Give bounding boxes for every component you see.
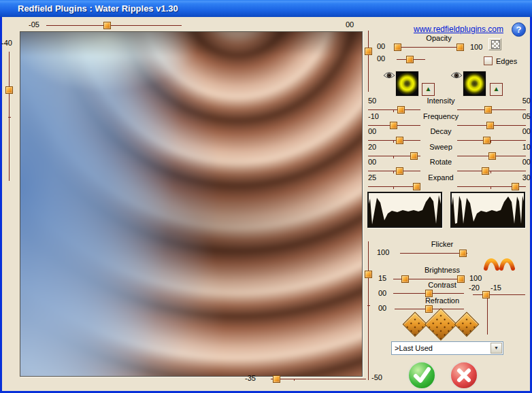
left-nav-handle[interactable]: [5, 86, 13, 94]
expand-right-value: 30: [510, 173, 531, 182]
left-nav-tick: [8, 117, 11, 118]
offset-x-value: -20: [469, 284, 480, 292]
right-bottom-nav-value: -50: [371, 373, 382, 381]
opacity-second-handle[interactable]: [406, 56, 414, 63]
window-title: Redfield Plugins : Water Ripples v1.30: [0, 3, 178, 14]
opacity-min-value: 00: [377, 42, 385, 50]
rotate-right-track[interactable]: [457, 171, 526, 171]
close-icon: [451, 362, 477, 388]
decay-left-handle[interactable]: [396, 137, 403, 144]
intensity-label: Intensity: [405, 97, 476, 105]
expand-left-value: 25: [368, 173, 387, 182]
decay-left-tick: [393, 140, 394, 143]
bottom-nav-track[interactable]: [271, 379, 366, 379]
flicker-value: 100: [377, 248, 389, 256]
expand-right-tick: [491, 186, 491, 189]
rotate-left-handle[interactable]: [396, 167, 403, 175]
opacity-handle-high[interactable]: [456, 44, 464, 51]
chevron-down-icon[interactable]: ▼: [491, 343, 502, 354]
expand-label: Expand: [405, 173, 476, 182]
edges-checkbox[interactable]: [484, 56, 493, 65]
bottom-nav-handle[interactable]: [273, 375, 280, 383]
decay-right-track[interactable]: [457, 140, 526, 141]
eye-icon-right[interactable]: [450, 71, 463, 80]
refraction-label: Refraction: [407, 296, 478, 305]
decay-right-handle[interactable]: [483, 137, 491, 144]
contrast-value: 00: [378, 289, 386, 297]
intensity-right-value: 50: [510, 97, 531, 105]
sweep-right-handle[interactable]: [488, 152, 496, 160]
right-bottom-nav-track[interactable]: [368, 241, 369, 380]
sweep-label: Sweep: [405, 143, 476, 151]
frequency-left-handle[interactable]: [390, 122, 397, 129]
opacity-second-value: 00: [377, 54, 385, 63]
sweep-left-value: 20: [368, 143, 387, 151]
water-ripples-preview-image: [20, 31, 363, 377]
brightness-min-value: 15: [378, 274, 386, 282]
right-bottom-nav-handle[interactable]: [365, 271, 372, 278]
ripple-shape-button-right[interactable]: [463, 71, 486, 96]
up-triangle-button-right[interactable]: ▲: [490, 83, 503, 96]
top-nav-right-value: 00: [346, 20, 354, 29]
expand-left-tick: [393, 186, 394, 189]
refraction-value: 00: [378, 304, 386, 312]
offset-v-track[interactable]: [487, 294, 488, 335]
checker-icon: [491, 40, 500, 49]
right-bottom-nav-tick: [367, 305, 370, 306]
arc-icon-right: [501, 260, 513, 269]
opacity-handle-low[interactable]: [394, 44, 401, 51]
rotate-right-handle[interactable]: [482, 167, 489, 175]
help-icon[interactable]: ?: [512, 22, 526, 37]
expand-left-handle[interactable]: [413, 183, 420, 190]
intensity-left-track[interactable]: [368, 109, 420, 110]
decay-right-tick: [491, 140, 491, 143]
waveform-display-left: [367, 192, 442, 228]
offset-handle[interactable]: [482, 291, 490, 298]
top-nav-track[interactable]: [46, 25, 182, 26]
intensity-left-tick: [393, 109, 394, 112]
left-nav-value: -40: [1, 39, 12, 47]
frequency-label: Frequency: [405, 112, 476, 120]
ok-button[interactable]: [408, 361, 436, 390]
rotate-left-tick: [393, 171, 394, 173]
left-nav-track[interactable]: [9, 52, 10, 181]
preview-canvas[interactable]: [20, 31, 363, 377]
cancel-button[interactable]: [450, 361, 478, 390]
waveform-display-right: [450, 192, 525, 228]
top-nav-handle[interactable]: [103, 22, 111, 29]
pattern-button[interactable]: [488, 38, 501, 50]
ripple-shape-button-left[interactable]: [396, 71, 418, 96]
check-icon: [409, 362, 435, 388]
preset-dropdown[interactable]: >Last Used ▼: [391, 341, 503, 355]
intensity-right-handle[interactable]: [484, 106, 492, 114]
eye-icon-left[interactable]: [383, 71, 395, 80]
flicker-track[interactable]: [400, 253, 467, 254]
expand-right-handle[interactable]: [512, 183, 519, 190]
offset-h-track[interactable]: [473, 294, 525, 295]
right-top-nav-track[interactable]: [368, 31, 369, 92]
waveform-right-curve: [452, 193, 524, 226]
wave-arcs-button[interactable]: [483, 256, 516, 271]
up-triangle-button-left[interactable]: ▲: [422, 83, 435, 96]
opacity-label: Opacity: [401, 34, 476, 42]
frequency-right-handle[interactable]: [486, 122, 494, 129]
offset-y-value: -15: [491, 284, 501, 292]
opacity-max-value: 100: [470, 43, 482, 51]
frequency-right-value: 05: [510, 112, 531, 120]
sweep-right-value: 10: [510, 143, 531, 151]
right-top-nav-handle[interactable]: [365, 48, 372, 55]
refraction-handle[interactable]: [425, 305, 433, 313]
intensity-left-handle[interactable]: [397, 106, 405, 114]
decay-left-value: 00: [368, 127, 387, 135]
decay-left-track[interactable]: [368, 140, 420, 141]
rotate-label: Rotate: [405, 158, 476, 166]
opacity-track[interactable]: [398, 47, 462, 48]
titlebar[interactable]: Redfield Plugins : Water Ripples v1.30: [0, 0, 532, 17]
website-link[interactable]: www.redfieldplugins.com: [408, 24, 509, 34]
rotate-right-tick: [491, 171, 491, 173]
arc-icon-left: [486, 260, 497, 269]
flicker-label: Flicker: [407, 240, 478, 248]
bottom-nav-tick: [294, 379, 295, 381]
rotate-left-track[interactable]: [368, 171, 420, 171]
flicker-handle[interactable]: [459, 250, 467, 257]
